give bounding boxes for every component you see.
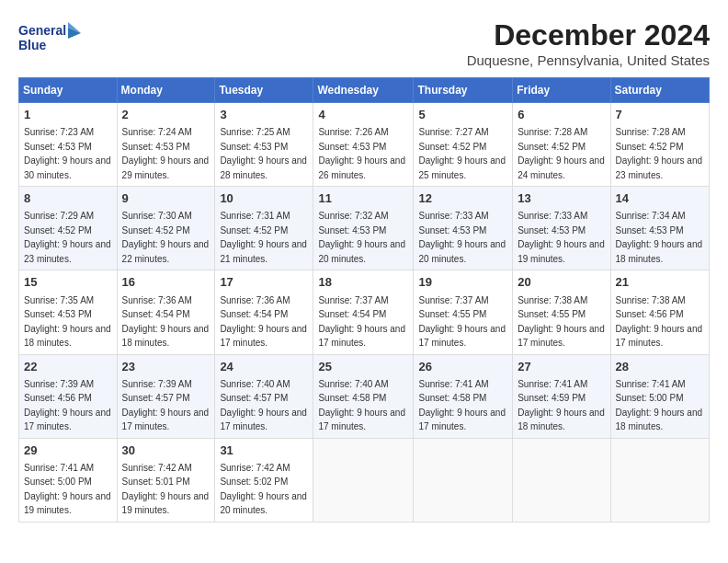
calendar-cell: 15 Sunrise: 7:35 AMSunset: 4:53 PMDaylig…: [19, 270, 118, 354]
day-info: Sunrise: 7:41 AMSunset: 4:59 PMDaylight:…: [518, 379, 605, 432]
day-number: 14: [616, 190, 704, 207]
svg-text:General: General: [18, 23, 66, 38]
calendar-cell: 19 Sunrise: 7:37 AMSunset: 4:55 PMDaylig…: [414, 270, 513, 354]
day-info: Sunrise: 7:36 AMSunset: 4:54 PMDaylight:…: [220, 295, 307, 349]
day-info: Sunrise: 7:34 AMSunset: 4:53 PMDaylight:…: [616, 211, 703, 264]
day-info: Sunrise: 7:36 AMSunset: 4:54 PMDaylight:…: [122, 295, 210, 349]
calendar-table: SundayMondayTuesdayWednesdayThursdayFrid…: [18, 77, 710, 523]
day-number: 23: [122, 359, 210, 375]
calendar-cell: 14 Sunrise: 7:34 AMSunset: 4:53 PMDaylig…: [610, 187, 709, 270]
day-number: 1: [24, 107, 112, 123]
day-info: Sunrise: 7:26 AMSunset: 4:53 PMDaylight:…: [318, 127, 405, 180]
day-info: Sunrise: 7:41 AMSunset: 5:00 PMDaylight:…: [24, 463, 111, 516]
logo: General Blue: [18, 18, 83, 60]
calendar-cell: [414, 438, 513, 522]
weekday-header-wednesday: Wednesday: [313, 78, 414, 103]
day-info: Sunrise: 7:39 AMSunset: 4:57 PMDaylight:…: [122, 379, 210, 432]
day-info: Sunrise: 7:31 AMSunset: 4:52 PMDaylight:…: [220, 211, 307, 264]
day-number: 28: [616, 359, 704, 375]
calendar-cell: 8 Sunrise: 7:29 AMSunset: 4:52 PMDayligh…: [19, 187, 118, 270]
day-number: 12: [418, 190, 507, 207]
day-number: 25: [318, 359, 408, 375]
weekday-header-friday: Friday: [513, 78, 610, 103]
day-info: Sunrise: 7:35 AMSunset: 4:53 PMDaylight:…: [24, 295, 111, 349]
page-header: General Blue December 2024 Duquesne, Pen…: [18, 18, 710, 68]
day-info: Sunrise: 7:37 AMSunset: 4:55 PMDaylight:…: [418, 295, 506, 349]
calendar-cell: 7 Sunrise: 7:28 AMSunset: 4:52 PMDayligh…: [610, 103, 709, 187]
day-number: 5: [418, 107, 507, 123]
day-info: Sunrise: 7:25 AMSunset: 4:53 PMDaylight:…: [220, 127, 307, 180]
calendar-cell: 6 Sunrise: 7:28 AMSunset: 4:52 PMDayligh…: [513, 103, 610, 187]
calendar-cell: 28 Sunrise: 7:41 AMSunset: 5:00 PMDaylig…: [610, 354, 709, 438]
day-number: 16: [122, 274, 210, 291]
calendar-cell: 25 Sunrise: 7:40 AMSunset: 4:58 PMDaylig…: [313, 354, 414, 438]
day-info: Sunrise: 7:32 AMSunset: 4:53 PMDaylight:…: [318, 211, 405, 264]
day-info: Sunrise: 7:38 AMSunset: 4:56 PMDaylight:…: [616, 295, 703, 349]
day-info: Sunrise: 7:39 AMSunset: 4:56 PMDaylight:…: [24, 379, 111, 432]
day-number: 7: [616, 107, 704, 123]
calendar-cell: 31 Sunrise: 7:42 AMSunset: 5:02 PMDaylig…: [215, 438, 313, 522]
calendar-cell: [313, 438, 414, 522]
location-title: Duquesne, Pennsylvania, United States: [467, 52, 710, 68]
calendar-cell: 1 Sunrise: 7:23 AMSunset: 4:53 PMDayligh…: [19, 103, 118, 187]
calendar-cell: 24 Sunrise: 7:40 AMSunset: 4:57 PMDaylig…: [215, 354, 313, 438]
day-info: Sunrise: 7:42 AMSunset: 5:01 PMDaylight:…: [122, 463, 210, 516]
calendar-cell: 16 Sunrise: 7:36 AMSunset: 4:54 PMDaylig…: [117, 270, 215, 354]
day-number: 2: [122, 107, 210, 123]
month-title: December 2024: [467, 18, 710, 52]
day-info: Sunrise: 7:41 AMSunset: 4:58 PMDaylight:…: [418, 379, 506, 432]
calendar-cell: 20 Sunrise: 7:38 AMSunset: 4:55 PMDaylig…: [513, 270, 610, 354]
day-number: 18: [318, 274, 408, 291]
day-number: 24: [220, 359, 308, 375]
day-number: 10: [220, 190, 308, 207]
calendar-cell: 13 Sunrise: 7:33 AMSunset: 4:53 PMDaylig…: [513, 187, 610, 270]
calendar-cell: 10 Sunrise: 7:31 AMSunset: 4:52 PMDaylig…: [215, 187, 313, 270]
weekday-header-saturday: Saturday: [610, 78, 709, 103]
day-info: Sunrise: 7:40 AMSunset: 4:57 PMDaylight:…: [220, 379, 307, 432]
calendar-cell: 27 Sunrise: 7:41 AMSunset: 4:59 PMDaylig…: [513, 354, 610, 438]
calendar-cell: 21 Sunrise: 7:38 AMSunset: 4:56 PMDaylig…: [610, 270, 709, 354]
day-number: 20: [518, 274, 605, 291]
calendar-cell: 18 Sunrise: 7:37 AMSunset: 4:54 PMDaylig…: [313, 270, 414, 354]
generalblue-logo: General Blue: [18, 18, 83, 60]
calendar-cell: 23 Sunrise: 7:39 AMSunset: 4:57 PMDaylig…: [117, 354, 215, 438]
calendar-cell: 11 Sunrise: 7:32 AMSunset: 4:53 PMDaylig…: [313, 187, 414, 270]
day-info: Sunrise: 7:27 AMSunset: 4:52 PMDaylight:…: [418, 127, 506, 180]
day-number: 9: [122, 190, 210, 207]
day-number: 4: [318, 107, 408, 123]
day-number: 8: [24, 190, 112, 207]
calendar-cell: 12 Sunrise: 7:33 AMSunset: 4:53 PMDaylig…: [414, 187, 513, 270]
weekday-header-sunday: Sunday: [19, 78, 118, 103]
day-number: 21: [616, 274, 704, 291]
day-info: Sunrise: 7:38 AMSunset: 4:55 PMDaylight:…: [518, 295, 605, 349]
day-number: 30: [122, 442, 210, 459]
calendar-cell: 9 Sunrise: 7:30 AMSunset: 4:52 PMDayligh…: [117, 187, 215, 270]
weekday-header-monday: Monday: [117, 78, 215, 103]
calendar-cell: 26 Sunrise: 7:41 AMSunset: 4:58 PMDaylig…: [414, 354, 513, 438]
calendar-cell: [610, 438, 709, 522]
calendar-cell: 30 Sunrise: 7:42 AMSunset: 5:01 PMDaylig…: [117, 438, 215, 522]
day-info: Sunrise: 7:23 AMSunset: 4:53 PMDaylight:…: [24, 127, 111, 180]
weekday-header-thursday: Thursday: [414, 78, 513, 103]
day-info: Sunrise: 7:37 AMSunset: 4:54 PMDaylight:…: [318, 295, 405, 349]
day-info: Sunrise: 7:30 AMSunset: 4:52 PMDaylight:…: [122, 211, 210, 264]
day-number: 19: [418, 274, 507, 291]
calendar-cell: 2 Sunrise: 7:24 AMSunset: 4:53 PMDayligh…: [117, 103, 215, 187]
calendar-cell: 29 Sunrise: 7:41 AMSunset: 5:00 PMDaylig…: [19, 438, 118, 522]
day-info: Sunrise: 7:41 AMSunset: 5:00 PMDaylight:…: [616, 379, 703, 432]
day-number: 11: [318, 190, 408, 207]
calendar-cell: 3 Sunrise: 7:25 AMSunset: 4:53 PMDayligh…: [215, 103, 313, 187]
day-info: Sunrise: 7:33 AMSunset: 4:53 PMDaylight:…: [418, 211, 506, 264]
day-info: Sunrise: 7:42 AMSunset: 5:02 PMDaylight:…: [220, 463, 307, 516]
day-info: Sunrise: 7:29 AMSunset: 4:52 PMDaylight:…: [24, 211, 111, 264]
day-number: 6: [518, 107, 605, 123]
calendar-cell: 4 Sunrise: 7:26 AMSunset: 4:53 PMDayligh…: [313, 103, 414, 187]
day-number: 13: [518, 190, 605, 207]
calendar-cell: 22 Sunrise: 7:39 AMSunset: 4:56 PMDaylig…: [19, 354, 118, 438]
calendar-cell: [513, 438, 610, 522]
day-number: 26: [418, 359, 507, 375]
weekday-header-tuesday: Tuesday: [215, 78, 313, 103]
svg-text:Blue: Blue: [18, 38, 47, 52]
day-number: 29: [24, 442, 112, 459]
day-info: Sunrise: 7:28 AMSunset: 4:52 PMDaylight:…: [616, 127, 703, 180]
